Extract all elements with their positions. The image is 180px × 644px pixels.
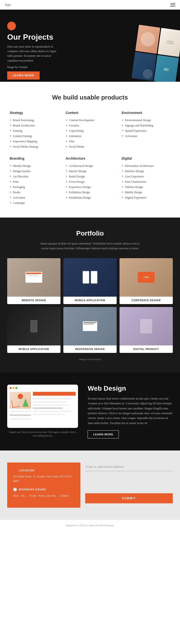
service-item: +Spatial Experience: [122, 128, 171, 134]
portfolio-label: RESPONSIVE DESIGN: [63, 346, 117, 353]
web-design-section: Sample text. Click to select the text bo…: [0, 372, 180, 450]
web-design-left: Sample text. Click to select the text bo…: [7, 384, 78, 438]
hero-card-4: SU: [154, 55, 179, 82]
plus-icon: +: [9, 190, 11, 194]
plus-icon: +: [122, 190, 124, 194]
plus-icon: +: [9, 201, 11, 205]
email-input[interactable]: [85, 462, 173, 471]
contact-section: 📍 LOCATION 321 Rock Street, 31 Avenue, N…: [0, 450, 180, 520]
service-heading: Architecture: [65, 156, 114, 160]
service-item: +Interface Design: [122, 168, 171, 174]
plus-icon: +: [65, 196, 67, 200]
plus-icon: +: [9, 124, 11, 128]
portfolio-label: MOBILE APPLICATION: [7, 346, 60, 353]
footer: Sample text. Click to select the Text El…: [0, 520, 180, 530]
hero-image-credit: Image by Freepik: [7, 65, 60, 70]
portfolio-grid: WEBSITE DESIGNMOBILE APPLICATIONCORPCORP…: [7, 258, 173, 353]
plus-icon: +: [65, 185, 67, 189]
plus-icon: +: [65, 174, 67, 178]
mockup-dot-yellow: [12, 387, 14, 389]
service-item: +Print: [9, 179, 58, 184]
mockup-content: [9, 392, 76, 426]
service-item: +Design System: [9, 168, 58, 174]
plus-icon: +: [65, 169, 67, 173]
service-column-architecture: Architecture+Architectural Design+Interi…: [65, 156, 114, 206]
service-item: +Campaign: [9, 200, 58, 206]
service-item: +User Experience: [122, 174, 171, 179]
service-item: +Art Direction: [9, 174, 58, 179]
plus-icon: +: [65, 124, 67, 128]
contact-location-text: 321 Rock Street, 31 Avenue, New York, NY…: [13, 474, 75, 484]
plus-icon: +: [9, 164, 11, 168]
services-section: We build usable products Strategy+Brand …: [0, 82, 180, 218]
plus-icon: +: [65, 180, 67, 184]
web-design-description: Sit amet massa vitae tortor condimentum …: [88, 396, 173, 426]
plus-icon: +: [65, 140, 67, 143]
portfolio-item-1[interactable]: WEBSITE DESIGN: [7, 258, 60, 304]
portfolio-image: [7, 307, 60, 346]
contact-location-header: 📍 LOCATION: [13, 468, 75, 472]
portfolio-image: [63, 307, 117, 346]
mockup-nav-bar: [33, 392, 76, 396]
hero-content: Our Projects Duis aute irure dolor in re…: [7, 19, 90, 80]
submit-button[interactable]: SUBMIT: [85, 493, 173, 503]
service-item: +Books: [9, 190, 58, 195]
portfolio-label: WEBSITE DESIGN: [7, 297, 60, 304]
web-design-title: Web Design: [88, 384, 173, 392]
portfolio-label: DIGITAL PRODUCT: [120, 346, 173, 353]
portfolio-item-3[interactable]: CORPCORPORATE DESIGN: [120, 258, 173, 304]
service-item: +Identity Design: [9, 163, 58, 168]
portfolio-item-2[interactable]: MOBILE APPLICATION: [63, 258, 117, 304]
plus-icon: +: [9, 118, 11, 122]
service-item: +Copywriting: [65, 128, 114, 134]
plus-icon: +: [9, 140, 11, 143]
mockup-right-col: [33, 392, 76, 426]
footer-text: Sample text. Click to select the Text El…: [66, 524, 114, 527]
plus-icon: +: [122, 129, 124, 133]
service-item: +Curation: [65, 123, 114, 128]
service-item: +Information Architecture: [122, 163, 171, 168]
mockup-dot-red: [9, 387, 11, 389]
contact-hours: 🕐 BUSINESS HOURS Mon – Fri … 10 am – 8 p…: [13, 488, 75, 498]
web-design-caption: Sample text. Click to select the text bo…: [7, 430, 78, 438]
plus-icon: +: [65, 134, 67, 138]
plus-icon: +: [122, 118, 124, 122]
service-item: +Content Strategy: [9, 134, 58, 139]
plus-icon: +: [122, 124, 124, 128]
hero-card-1: [135, 25, 160, 54]
service-item: +Film: [65, 139, 114, 144]
contact-location-label: LOCATION: [19, 469, 34, 472]
mockup-text-lines: [33, 398, 76, 416]
plus-icon: +: [65, 118, 67, 122]
web-design-learn-more-button[interactable]: LEARN MORE: [88, 430, 119, 438]
plus-icon: +: [9, 174, 11, 178]
hamburger-menu[interactable]: [171, 3, 175, 6]
service-item: +Activation: [9, 195, 58, 200]
service-item: +Brand Positioning: [9, 118, 58, 123]
service-heading: Environment: [122, 111, 171, 115]
service-item: +Animation: [65, 134, 114, 139]
portfolio-item-5[interactable]: RESPONSIVE DESIGN: [63, 307, 117, 353]
plus-icon: +: [122, 174, 124, 178]
services-grid: Strategy+Brand Positioning+Brand Archite…: [9, 111, 171, 206]
portfolio-credits: Images from Freepik: [7, 358, 173, 360]
service-heading: Digital: [122, 156, 171, 160]
service-item: +Activation: [122, 134, 171, 139]
plus-icon: +: [122, 169, 124, 173]
plus-icon: +: [9, 129, 11, 133]
service-item: +Content Development: [65, 118, 114, 123]
web-design-right: Web Design Sit amet massa vitae tortor c…: [88, 384, 173, 438]
mockup-dot-green: [15, 387, 17, 389]
plus-icon: +: [65, 190, 67, 194]
portfolio-title: Portfolio: [7, 230, 173, 237]
hero-learn-more-button[interactable]: LEARN MORE: [7, 72, 40, 80]
hero-title: Our Projects: [7, 33, 90, 42]
plus-icon: +: [9, 134, 11, 138]
hero-description: Duis aute irure dolor in reprehenderit i…: [7, 44, 60, 63]
portfolio-item-6[interactable]: DIGITAL PRODUCT: [120, 307, 173, 353]
contact-hours-label: BUSINESS HOURS: [19, 488, 46, 491]
contact-info: 📍 LOCATION 321 Rock Street, 31 Avenue, N…: [7, 462, 80, 508]
portfolio-item-4[interactable]: MOBILE APPLICATION: [7, 307, 60, 353]
service-heading: Branding: [9, 156, 58, 160]
service-item: +Mobile Design: [122, 190, 171, 195]
